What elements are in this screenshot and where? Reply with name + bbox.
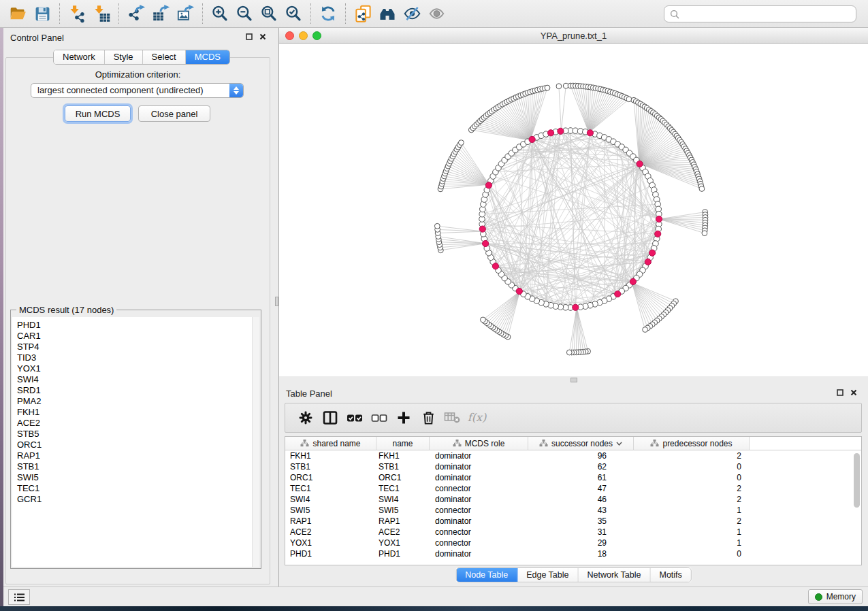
cell-predecessor-nodes[interactable]: 0 xyxy=(634,461,750,472)
table-row[interactable]: TEC1TEC1connector472 xyxy=(285,483,861,494)
select-all-rows-button[interactable] xyxy=(344,407,366,429)
cell-shared-name[interactable]: PHD1 xyxy=(285,548,376,559)
tab-network[interactable]: Network xyxy=(54,50,105,64)
search-input[interactable] xyxy=(684,7,856,21)
vertical-splitter[interactable] xyxy=(274,28,279,587)
mcds-result-item[interactable]: PHD1 xyxy=(12,320,259,331)
tab-network-table[interactable]: Network Table xyxy=(579,568,651,582)
cell-shared-name[interactable]: RAP1 xyxy=(285,516,376,527)
mcds-result-item[interactable]: SRD1 xyxy=(12,385,259,396)
criterion-dropdown[interactable]: largest connected component (undirected) xyxy=(31,83,244,98)
mcds-result-item[interactable]: SWI5 xyxy=(12,472,259,483)
column-header-successor-nodes[interactable]: successor nodes xyxy=(528,437,634,450)
cell-predecessor-nodes[interactable]: 1 xyxy=(634,527,750,538)
cell-name[interactable]: PHD1 xyxy=(376,548,430,559)
run-mcds-button[interactable]: Run MCDS xyxy=(65,105,131,122)
zoom-selected-button[interactable] xyxy=(282,2,305,25)
tab-select[interactable]: Select xyxy=(143,50,186,64)
mcds-result-item[interactable]: PMA2 xyxy=(12,396,259,407)
cell-predecessor-nodes[interactable]: 2 xyxy=(634,483,750,494)
cell-MCDS-role[interactable]: dominator xyxy=(430,472,528,483)
first-neighbors-button[interactable] xyxy=(376,2,399,25)
cell-name[interactable]: RAP1 xyxy=(376,516,430,527)
cell-name[interactable]: FKH1 xyxy=(376,450,430,461)
cell-shared-name[interactable]: FKH1 xyxy=(285,450,376,461)
cell-predecessor-nodes[interactable]: 2 xyxy=(634,516,750,527)
add-column-button[interactable] xyxy=(393,407,415,429)
mcds-result-item[interactable]: ORC1 xyxy=(12,440,259,450)
cell-MCDS-role[interactable]: connector xyxy=(430,538,528,548)
close-panel-icon[interactable] xyxy=(850,389,857,396)
mcds-result-item[interactable]: STP4 xyxy=(12,342,259,352)
open-file-button[interactable] xyxy=(6,2,29,25)
cell-shared-name[interactable]: SWI5 xyxy=(285,505,376,516)
zoom-out-button[interactable] xyxy=(233,2,256,25)
network-graph[interactable] xyxy=(279,44,868,376)
column-header-shared-name[interactable]: shared name xyxy=(285,437,376,450)
table-row[interactable]: SWI4SWI4dominator462 xyxy=(285,494,861,505)
refresh-view-button[interactable] xyxy=(317,2,340,25)
mcds-result-item[interactable]: TID3 xyxy=(12,352,259,363)
cell-MCDS-role[interactable]: connector xyxy=(430,505,528,516)
table-row[interactable]: YOX1YOX1connector291 xyxy=(285,538,861,548)
cell-shared-name[interactable]: SWI4 xyxy=(285,494,376,505)
cell-successor-nodes[interactable]: 31 xyxy=(528,527,634,538)
splitter-handle[interactable] xyxy=(275,297,278,306)
cell-predecessor-nodes[interactable]: 0 xyxy=(634,472,750,483)
zoom-fit-button[interactable] xyxy=(257,2,280,25)
cell-MCDS-role[interactable]: dominator xyxy=(430,450,528,461)
tab-motifs[interactable]: Motifs xyxy=(650,568,690,582)
cell-name[interactable]: SWI5 xyxy=(376,505,430,516)
mcds-result-item[interactable]: SWI4 xyxy=(12,374,259,385)
task-history-button[interactable] xyxy=(8,589,30,605)
memory-button[interactable]: Memory xyxy=(808,589,863,604)
cell-successor-nodes[interactable]: 61 xyxy=(528,472,634,483)
horizontal-splitter[interactable] xyxy=(279,376,868,384)
cell-name[interactable]: STB1 xyxy=(376,461,430,472)
mcds-result-item[interactable]: STB5 xyxy=(12,429,259,440)
mcds-result-item[interactable]: CAR1 xyxy=(12,331,259,342)
cell-MCDS-role[interactable]: connector xyxy=(430,483,528,494)
table-row[interactable]: ACE2ACE2connector311 xyxy=(285,527,861,538)
cell-successor-nodes[interactable]: 35 xyxy=(528,516,634,527)
cell-name[interactable]: TEC1 xyxy=(376,483,430,494)
column-header-predecessor-nodes[interactable]: predecessor nodes xyxy=(634,437,750,450)
table-row[interactable]: PHD1PHD1dominator180 xyxy=(285,548,861,559)
mcds-result-item[interactable]: TEC1 xyxy=(12,483,259,494)
export-network-button[interactable] xyxy=(125,2,148,25)
tab-style[interactable]: Style xyxy=(105,50,143,64)
mcds-result-item[interactable]: GCR1 xyxy=(12,494,259,505)
cell-name[interactable]: YOX1 xyxy=(376,538,430,548)
save-session-button[interactable] xyxy=(31,2,54,25)
cell-shared-name[interactable]: YOX1 xyxy=(285,538,376,548)
mcds-result-item[interactable]: STB1 xyxy=(12,461,259,472)
mcds-result-item[interactable]: YOX1 xyxy=(12,363,259,374)
cell-name[interactable]: ORC1 xyxy=(376,472,430,483)
cell-successor-nodes[interactable]: 43 xyxy=(528,505,634,516)
cell-successor-nodes[interactable]: 62 xyxy=(528,461,634,472)
table-settings-button[interactable] xyxy=(295,407,317,429)
cell-shared-name[interactable]: ACE2 xyxy=(285,527,376,538)
table-row[interactable]: STB1STB1dominator620 xyxy=(285,461,861,472)
cell-predecessor-nodes[interactable]: 2 xyxy=(634,450,750,461)
cell-successor-nodes[interactable]: 46 xyxy=(528,494,634,505)
float-panel-icon[interactable] xyxy=(837,389,843,396)
cell-shared-name[interactable]: ORC1 xyxy=(285,472,376,483)
splitter-handle[interactable] xyxy=(570,378,577,382)
table-row[interactable]: ORC1ORC1dominator610 xyxy=(285,472,861,483)
cell-predecessor-nodes[interactable]: 1 xyxy=(634,538,750,548)
delete-column-button[interactable] xyxy=(417,407,439,429)
cell-MCDS-role[interactable]: dominator xyxy=(430,461,528,472)
export-table-button[interactable] xyxy=(149,2,172,25)
cell-shared-name[interactable]: TEC1 xyxy=(285,483,376,494)
hide-selected-button[interactable] xyxy=(400,2,423,25)
cell-successor-nodes[interactable]: 47 xyxy=(528,483,634,494)
tab-node-table[interactable]: Node Table xyxy=(456,568,517,582)
mcds-result-item[interactable]: ACE2 xyxy=(12,418,259,429)
network-canvas[interactable] xyxy=(279,44,868,376)
column-header-name[interactable]: name xyxy=(376,437,430,450)
cell-MCDS-role[interactable]: dominator xyxy=(430,548,528,559)
cell-shared-name[interactable]: STB1 xyxy=(285,461,376,472)
float-panel-icon[interactable] xyxy=(246,33,253,40)
split-table-button[interactable] xyxy=(319,407,341,429)
